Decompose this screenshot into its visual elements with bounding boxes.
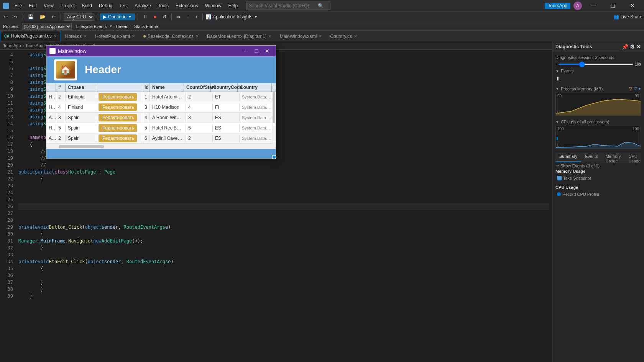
toolbar-undo[interactable]: ↩: [49, 13, 58, 20]
tab-hotels-page-xaml[interactable]: HotelsPage.xaml ✕: [91, 31, 139, 41]
code-editor[interactable]: ToursApp › ToursApp.HotelsPage › HotelsP…: [0, 41, 552, 362]
maximize-button[interactable]: □: [604, 0, 622, 11]
menu-debug[interactable]: Debug: [96, 2, 115, 9]
toolbar-step-over[interactable]: ⇒: [174, 13, 183, 20]
cpu-expand-icon[interactable]: ▼: [555, 120, 559, 124]
diagnostic-tabs: Summary Events Memory Usage CPU Usage: [555, 152, 641, 162]
memory-usage-title: Memory Usage: [555, 169, 641, 174]
time-slider[interactable]: | 10s: [555, 62, 641, 66]
events-section: ▼ Events ⏸: [555, 69, 641, 82]
tab-hotels-page[interactable]: C# HotelsPage.xaml.cs ✕: [0, 31, 61, 41]
menu-help[interactable]: Help: [225, 2, 241, 9]
svg-marker-0: [556, 99, 641, 115]
process-memory-chart: 90 90 0: [555, 93, 641, 116]
process-label: Process:: [3, 24, 20, 29]
toolbar-forward[interactable]: ↪: [12, 13, 20, 20]
app-insights-icon: 📊: [205, 14, 211, 20]
tab-close-icon[interactable]: ✕: [132, 34, 135, 38]
tab-base-model-context[interactable]: BaseModel.Context.cs ✕: [139, 31, 203, 41]
title-bar: File Edit View Project Build Debug Test …: [0, 0, 644, 11]
search-icon: 🔍: [318, 3, 324, 8]
tab-close-icon[interactable]: ✕: [354, 34, 357, 38]
diag-tab-summary[interactable]: Summary: [555, 152, 581, 162]
code-area[interactable]: using System.Text; using System.Windows;…: [15, 50, 552, 362]
toolbar-restart[interactable]: ↺: [160, 13, 169, 20]
user-avatar[interactable]: A: [573, 2, 582, 10]
cpu-max-label: 100: [557, 127, 564, 131]
process-bar: Process: [13192] ToursApp.exe Lifecycle …: [0, 22, 644, 31]
menu-extensions[interactable]: Extensions: [172, 2, 201, 9]
menu-view[interactable]: View: [41, 2, 57, 9]
close-button[interactable]: ✕: [623, 0, 641, 11]
menu-analyze[interactable]: Analyze: [131, 2, 154, 9]
tab-hotel-cs[interactable]: Hotel.cs ✕: [61, 31, 91, 41]
events-pause-icon[interactable]: ⏸: [555, 75, 561, 82]
cpu-usage-section: CPU Usage Record CPU Profile: [555, 185, 641, 197]
events-expand-icon[interactable]: ▼: [555, 69, 559, 73]
minimize-button[interactable]: ─: [585, 0, 603, 11]
toolbar-stop[interactable]: ■: [151, 13, 159, 20]
diag-tab-memory[interactable]: Memory Usage: [602, 152, 625, 162]
tab-close-icon[interactable]: ✕: [84, 34, 87, 38]
menu-test[interactable]: Test: [116, 2, 131, 9]
tours-app-badge: ToursApp: [545, 3, 570, 9]
pm-expand-icon[interactable]: ▼: [555, 87, 559, 91]
tab-close-icon[interactable]: ✕: [268, 34, 271, 38]
lifecycle-dropdown-icon[interactable]: ▼: [109, 24, 113, 28]
app-insights-dropdown[interactable]: ▼: [254, 15, 258, 19]
live-share-icon: 👥: [613, 14, 619, 20]
record-cpu-button[interactable]: Record CPU Profile: [555, 191, 641, 197]
diag-settings-icon[interactable]: ⚙: [630, 44, 635, 50]
toolbar-step-out[interactable]: ↑: [193, 13, 200, 20]
pm-icons: ▽ ▽ ●: [629, 86, 641, 91]
diag-close-icon[interactable]: ✕: [636, 44, 641, 50]
process-select[interactable]: [13192] ToursApp.exe: [22, 23, 72, 30]
thread-label: Thread:: [115, 24, 130, 29]
continue-button[interactable]: ▶ Continue ▼: [100, 13, 135, 20]
window-controls: ─ □ ✕: [585, 0, 641, 11]
live-share-button[interactable]: 👥 Live Share: [613, 14, 642, 20]
menu-tools[interactable]: Tools: [155, 2, 172, 9]
diag-tab-cpu[interactable]: CPU Usage: [624, 152, 644, 162]
menu-build[interactable]: Build: [79, 2, 95, 9]
tab-label: MainWindow.xaml: [280, 34, 317, 39]
menu-window[interactable]: Window: [202, 2, 225, 9]
process-memory-section: ▼ Process Memory (MB) ▽ ▽ ● 90 90 0: [555, 86, 641, 116]
tab-close-icon[interactable]: ✕: [319, 34, 322, 38]
menu-edit[interactable]: Edit: [26, 2, 40, 9]
tab-label: BaseModel.edmx [Diagram1]: [207, 34, 266, 39]
menu-project[interactable]: Project: [58, 2, 78, 9]
toolbar-pause[interactable]: ⏸: [141, 13, 150, 20]
editor-tabs: C# HotelsPage.xaml.cs ✕ Hotel.cs ✕ Hotel…: [0, 31, 644, 41]
tab-label: Hotel.cs: [65, 34, 82, 39]
cpu-min-label: 0: [557, 143, 560, 147]
tab-close-icon[interactable]: ✕: [54, 34, 57, 38]
tab-country-cs[interactable]: Country.cs ✕: [326, 31, 361, 41]
menu-bar: File Edit View Project Build Debug Test …: [12, 2, 241, 9]
search-input[interactable]: [249, 3, 318, 8]
show-events-row[interactable]: ⇒ Show Events (0 of 0): [555, 162, 641, 169]
tab-close-icon[interactable]: ✕: [196, 34, 199, 38]
toolbar-save[interactable]: 💾: [26, 13, 36, 20]
time-range-input[interactable]: [558, 64, 633, 65]
take-snapshot-button[interactable]: Take Snapshot: [555, 175, 641, 181]
diag-pin-icon[interactable]: 📌: [622, 44, 628, 50]
continue-dropdown-icon[interactable]: ▼: [128, 15, 132, 19]
cpu-chart: 100 100 0: [555, 126, 641, 149]
toolbar-step-into[interactable]: ↓: [184, 13, 191, 20]
tab-base-model-edmx[interactable]: BaseModel.edmx [Diagram1] ✕: [203, 31, 276, 41]
process-memory-label: ▼ Process Memory (MB) ▽ ▽ ●: [555, 86, 641, 91]
tab-label: HotelsPage.xaml: [95, 34, 130, 39]
menu-file[interactable]: File: [12, 2, 25, 9]
debug-mode-select[interactable]: Any CPU: [64, 13, 94, 21]
diag-tab-events[interactable]: Events: [581, 152, 602, 162]
main-area: ToursApp › ToursApp.HotelsPage › HotelsP…: [0, 41, 644, 362]
editor-content[interactable]: 45678 910111213 1415161718 1920212223 24…: [0, 50, 552, 362]
toolbar-open[interactable]: 📂: [38, 13, 48, 20]
app-insights-button[interactable]: 📊 Application Insights ▼: [205, 14, 258, 20]
toolbar-back[interactable]: ↩: [2, 13, 10, 20]
search-box[interactable]: 🔍: [246, 2, 330, 10]
title-right: ToursApp A ─ □ ✕: [545, 0, 641, 11]
tab-main-window-xaml[interactable]: MainWindow.xaml ✕: [276, 31, 326, 41]
pm-max-right: 90: [635, 94, 639, 98]
